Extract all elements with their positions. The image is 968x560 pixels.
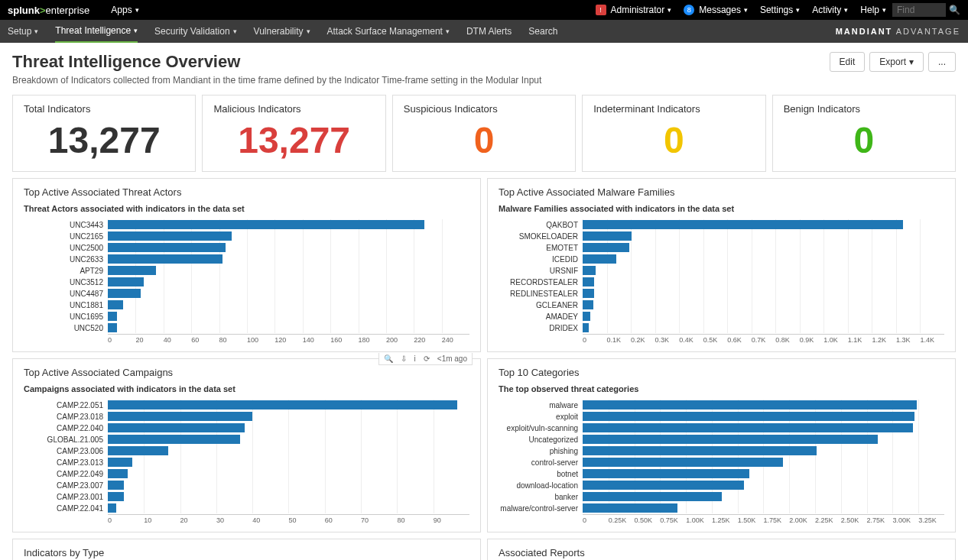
- chart-bar[interactable]: malware: [499, 400, 944, 410]
- chart-bar[interactable]: RECORDSTEALER: [499, 277, 944, 287]
- caret-down-icon: ▾: [882, 6, 886, 14]
- nav-bar: Setup▾ Threat Intelligence▾ Security Val…: [0, 20, 968, 43]
- chart-bar[interactable]: GCLEANER: [499, 299, 944, 310]
- chart-bar[interactable]: CAMP.22.049: [24, 468, 469, 479]
- bar-label: QAKBOT: [499, 221, 583, 229]
- more-button[interactable]: ...: [928, 52, 956, 72]
- bar-label: CAMP.22.040: [24, 424, 108, 432]
- chart-bar[interactable]: UNC2500: [24, 242, 469, 253]
- chart-bar[interactable]: UNC3443: [24, 219, 469, 230]
- messages-badge: 8: [684, 5, 694, 15]
- chart-bar[interactable]: UNC4487: [24, 288, 469, 299]
- splunk-logo: splunk>enterprise: [8, 5, 89, 16]
- chart-bar[interactable]: ICEDID: [499, 254, 944, 264]
- edit-button[interactable]: Edit: [830, 52, 866, 72]
- chart-bar[interactable]: UNC2633: [24, 254, 469, 264]
- admin-label: Administrator: [611, 5, 665, 15]
- bar-label: UNC520: [24, 324, 108, 332]
- panel-indicators-by-type: Indicators by Type: [12, 539, 481, 560]
- chart-bar[interactable]: CAMP.23.013: [24, 457, 469, 468]
- chart-malware-families: QAKBOT SMOKELOADER EMOTET ICEDID URSNIF …: [499, 219, 944, 344]
- chart-bar[interactable]: control-server: [499, 457, 944, 468]
- bar-label: CAMP.23.013: [24, 458, 108, 467]
- caret-down-icon: ▾: [34, 28, 38, 35]
- help-menu[interactable]: Help▾: [860, 5, 886, 15]
- chart-bar[interactable]: AMADEY: [499, 311, 944, 322]
- search-icon[interactable]: 🔍: [949, 5, 960, 15]
- refresh-icon[interactable]: ⟳: [424, 354, 430, 363]
- nav-vulnerability[interactable]: Vulnerability▾: [254, 26, 310, 37]
- bar-label: exploit: [499, 413, 583, 421]
- chart-bar[interactable]: UNC3512: [24, 277, 469, 287]
- chart-bar[interactable]: UNC1695: [24, 311, 469, 322]
- download-icon[interactable]: ⇩: [401, 354, 407, 363]
- bar-label: UNC2500: [24, 244, 108, 252]
- chart-bar[interactable]: GLOBAL.21.005: [24, 434, 469, 445]
- apps-menu[interactable]: Apps▾: [111, 5, 138, 15]
- bar-label: UNC1695: [24, 312, 108, 321]
- chart-bar[interactable]: UNC2165: [24, 231, 469, 241]
- chart-bar[interactable]: UNC520: [24, 322, 469, 333]
- chart-bar[interactable]: CAMP.22.040: [24, 422, 469, 433]
- chart-bar[interactable]: exploit/vuln-scanning: [499, 422, 944, 433]
- bar-label: UNC3512: [24, 278, 108, 286]
- panel-title: Top Active Associated Threat Actors: [24, 186, 469, 198]
- chart-bar[interactable]: download-location: [499, 480, 944, 490]
- chart-bar[interactable]: CAMP.23.007: [24, 480, 469, 490]
- chart-bar[interactable]: UNC1881: [24, 299, 469, 310]
- chart-bar[interactable]: CAMP.22.041: [24, 503, 469, 513]
- chart-bar[interactable]: phishing: [499, 445, 944, 456]
- page-title: Threat Intelligence Overview: [12, 52, 830, 72]
- find-input[interactable]: [892, 3, 946, 17]
- chart-bar[interactable]: EMOTET: [499, 242, 944, 253]
- chart-bar[interactable]: APT29: [24, 265, 469, 276]
- activity-menu[interactable]: Activity▾: [812, 5, 848, 15]
- stat-card: Indeterminant Indicators 0: [582, 95, 765, 172]
- export-button[interactable]: Export▾: [869, 52, 924, 72]
- chart-bar[interactable]: URSNIF: [499, 265, 944, 276]
- panel-subtitle: Campaigns associated with indicators in …: [24, 384, 469, 393]
- nav-attack-surface[interactable]: Attack Surface Management▾: [327, 26, 450, 37]
- bar-label: malware: [499, 401, 583, 409]
- messages-menu[interactable]: 8 Messages▾: [684, 5, 748, 15]
- bar-label: malware/control-server: [499, 504, 583, 513]
- bar-label: CAMP.22.041: [24, 504, 108, 513]
- panel-subtitle: Threat Actors associated with indicators…: [24, 204, 469, 213]
- nav-security-validation[interactable]: Security Validation▾: [154, 26, 237, 37]
- activity-label: Activity: [812, 5, 841, 15]
- admin-menu[interactable]: ! Administrator▾: [596, 5, 672, 15]
- chart-bar[interactable]: DRIDEX: [499, 322, 944, 333]
- nav-search[interactable]: Search: [528, 26, 557, 37]
- panel-subtitle: Malware Families associated with indicat…: [499, 204, 944, 213]
- bar-label: CAMP.23.018: [24, 413, 108, 421]
- caret-down-icon: ▾: [233, 28, 237, 35]
- caret-down-icon: ▾: [909, 57, 914, 67]
- chart-bar[interactable]: exploit: [499, 411, 944, 422]
- chart-bar[interactable]: CAMP.22.051: [24, 400, 469, 410]
- bar-label: phishing: [499, 447, 583, 455]
- chart-bar[interactable]: malware/control-server: [499, 503, 944, 513]
- chart-bar[interactable]: botnet: [499, 468, 944, 479]
- bar-label: EMOTET: [499, 244, 583, 252]
- chart-bar[interactable]: Uncategorized: [499, 434, 944, 445]
- info-icon[interactable]: i: [414, 354, 416, 363]
- stat-card: Total Indicators 13,277: [12, 95, 196, 172]
- chart-bar[interactable]: CAMP.23.006: [24, 445, 469, 456]
- zoom-icon[interactable]: 🔍: [384, 354, 393, 363]
- bar-label: UNC3443: [24, 221, 108, 229]
- bar-label: download-location: [499, 481, 583, 490]
- caret-down-icon: ▾: [844, 6, 848, 14]
- chart-bar[interactable]: CAMP.23.001: [24, 491, 469, 502]
- chart-bar[interactable]: CAMP.23.018: [24, 411, 469, 422]
- nav-setup[interactable]: Setup▾: [8, 26, 38, 37]
- nav-threat-intelligence[interactable]: Threat Intelligence▾: [55, 20, 138, 43]
- chart-bar[interactable]: QAKBOT: [499, 219, 944, 230]
- nav-dtm-alerts[interactable]: DTM Alerts: [466, 26, 512, 37]
- caret-down-icon: ▾: [135, 6, 139, 14]
- bar-label: GCLEANER: [499, 301, 583, 309]
- chart-bar[interactable]: SMOKELOADER: [499, 231, 944, 241]
- settings-menu[interactable]: Settings▾: [760, 5, 800, 15]
- bar-label: ICEDID: [499, 255, 583, 264]
- chart-bar[interactable]: banker: [499, 491, 944, 502]
- chart-bar[interactable]: REDLINESTEALER: [499, 288, 944, 299]
